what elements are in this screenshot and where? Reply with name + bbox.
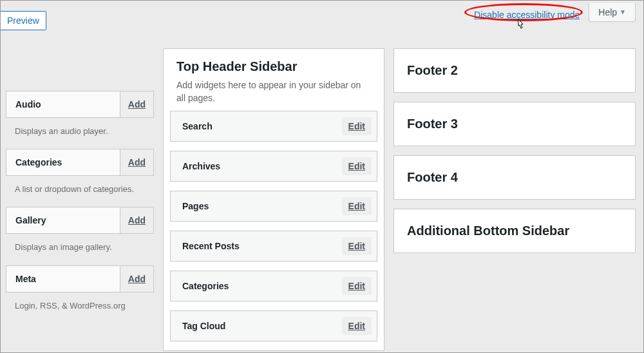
screen-meta-links: Disable accessibility mode Help ▼ bbox=[471, 6, 636, 24]
panel-title: Additional Bottom Sidebar bbox=[407, 224, 569, 238]
edit-widget-link[interactable]: Edit bbox=[342, 317, 372, 335]
sidebar-panel-footer-3[interactable]: Footer 3 bbox=[393, 102, 636, 146]
widget-item-name: Archives bbox=[182, 161, 220, 171]
widget-name: Categories bbox=[15, 157, 62, 167]
help-label: Help bbox=[598, 7, 617, 17]
caret-down-icon: ▼ bbox=[620, 8, 626, 15]
available-widget-audio: Audio Add bbox=[6, 91, 154, 118]
add-widget-link[interactable]: Add bbox=[120, 149, 153, 175]
edit-widget-link[interactable]: Edit bbox=[342, 237, 372, 255]
preview-button[interactable]: Preview bbox=[1, 11, 46, 30]
widget-name: Gallery bbox=[15, 215, 46, 225]
sidebar-panel-top-header: Top Header Sidebar Add widgets here to a… bbox=[163, 48, 384, 351]
add-widget-link[interactable]: Add bbox=[120, 207, 153, 233]
widget-item-categories[interactable]: Categories Edit bbox=[170, 271, 377, 301]
panel-title: Footer 4 bbox=[407, 170, 458, 184]
widget-description: Displays an image gallery. bbox=[6, 234, 154, 265]
widget-item-name: Recent Posts bbox=[182, 241, 240, 251]
panel-title: Footer 2 bbox=[407, 63, 458, 77]
disable-accessibility-mode-link[interactable]: Disable accessibility mode bbox=[471, 6, 582, 24]
screen-meta-bar: Preview Disable accessibility mode Help … bbox=[1, 1, 643, 35]
available-widget-gallery: Gallery Add bbox=[6, 207, 154, 234]
available-widget-categories: Categories Add bbox=[6, 149, 154, 176]
widget-name: Meta bbox=[15, 274, 36, 284]
widget-item-name: Search bbox=[182, 121, 213, 131]
widget-item-pages[interactable]: Pages Edit bbox=[170, 191, 377, 222]
widget-item-tag-cloud[interactable]: Tag Cloud Edit bbox=[170, 310, 377, 341]
widget-description: A list or dropdown of categories. bbox=[6, 176, 154, 207]
sidebar-panel-additional-bottom[interactable]: Additional Bottom Sidebar bbox=[393, 209, 636, 253]
other-sidebars-column: Footer 2 Footer 3 Footer 4 Additional Bo… bbox=[393, 48, 636, 352]
panel-description: Add widgets here to appear in your sideb… bbox=[176, 79, 371, 104]
sidebar-panel-footer-4[interactable]: Footer 4 bbox=[393, 155, 636, 200]
panel-title: Top Header Sidebar bbox=[176, 59, 371, 74]
widget-description: Login, RSS, & WordPress.org bbox=[6, 292, 154, 323]
add-widget-link[interactable]: Add bbox=[120, 266, 153, 292]
sidebar-panel-main-column: Top Header Sidebar Add widgets here to a… bbox=[163, 48, 384, 352]
widget-item-recent-posts[interactable]: Recent Posts Edit bbox=[170, 231, 377, 262]
widget-item-name: Pages bbox=[182, 201, 209, 211]
widget-description: Displays an audio player. bbox=[6, 118, 154, 149]
widgets-columns: Audio Add Displays an audio player. Cate… bbox=[6, 48, 636, 352]
available-widgets-column: Audio Add Displays an audio player. Cate… bbox=[6, 91, 154, 352]
panel-header: Top Header Sidebar Add widgets here to a… bbox=[164, 49, 384, 111]
sidebar-panel-footer-2[interactable]: Footer 2 bbox=[393, 48, 636, 93]
widget-item-name: Tag Cloud bbox=[182, 321, 225, 331]
panel-body: Search Edit Archives Edit Pages Edit Rec… bbox=[164, 111, 384, 341]
widget-item-name: Categories bbox=[182, 281, 229, 291]
edit-widget-link[interactable]: Edit bbox=[342, 277, 372, 295]
edit-widget-link[interactable]: Edit bbox=[342, 117, 372, 135]
available-widget-meta: Meta Add bbox=[6, 265, 154, 292]
widget-item-archives[interactable]: Archives Edit bbox=[170, 151, 377, 182]
help-tab[interactable]: Help ▼ bbox=[589, 3, 636, 22]
widget-name: Audio bbox=[15, 99, 41, 110]
edit-widget-link[interactable]: Edit bbox=[342, 197, 372, 215]
widget-item-search[interactable]: Search Edit bbox=[170, 111, 377, 142]
panel-title: Footer 3 bbox=[407, 117, 458, 131]
edit-widget-link[interactable]: Edit bbox=[342, 157, 372, 175]
add-widget-link[interactable]: Add bbox=[120, 91, 153, 117]
